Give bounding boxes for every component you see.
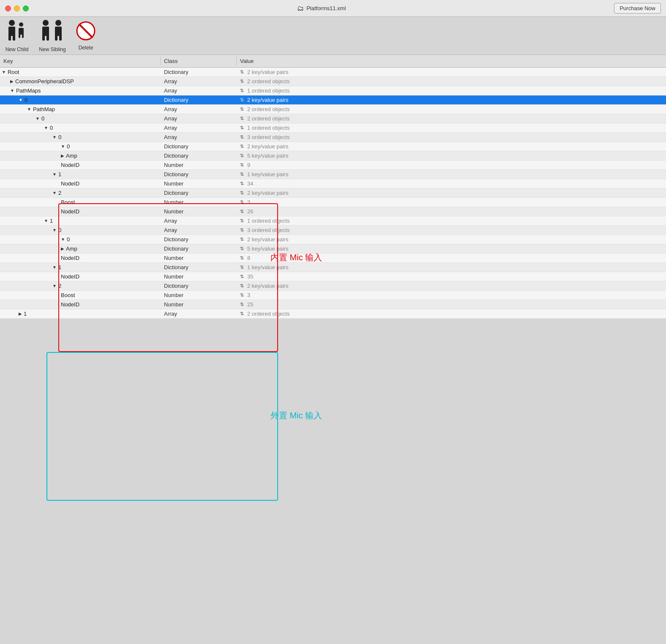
expand-arrow[interactable]: ▶ <box>61 246 64 251</box>
stepper-control[interactable]: ⇅ <box>240 283 244 289</box>
expand-arrow[interactable]: ▼ <box>35 116 40 121</box>
class-cell: Number <box>161 198 237 206</box>
stepper-control[interactable]: ⇅ <box>240 153 244 158</box>
expand-arrow[interactable]: ▼ <box>52 191 57 195</box>
close-button[interactable] <box>5 5 11 11</box>
table-row[interactable]: NodeIDNumber⇅8 <box>0 254 666 263</box>
table-row[interactable]: ▼1Dictionary⇅1 key/value pairs <box>0 263 666 272</box>
class-cell: Number <box>161 300 237 308</box>
expand-arrow[interactable]: ▼ <box>52 284 57 288</box>
table-row[interactable]: BoostNumber⇅3 <box>0 291 666 300</box>
key-cell: ▼0 <box>0 235 161 243</box>
expand-arrow[interactable]: ▼ <box>52 172 57 177</box>
table-row[interactable]: ▼0Array⇅3 ordered objects <box>0 226 666 235</box>
stepper-control[interactable]: ⇅ <box>240 237 244 242</box>
table-row[interactable]: ▼0Array⇅1 ordered objects <box>0 123 666 133</box>
table-row[interactable]: NodeIDNumber⇅34 <box>0 179 666 188</box>
expand-arrow[interactable]: ▼ <box>19 98 23 102</box>
stepper-control[interactable]: ⇅ <box>240 246 244 251</box>
table-row[interactable]: ▼PathMapsArray⇅1 ordered objects <box>0 86 666 96</box>
stepper-control[interactable]: ⇅ <box>240 69 244 75</box>
stepper-control[interactable]: ⇅ <box>240 134 244 140</box>
value-cell: ⇅1 ordered objects <box>237 217 666 225</box>
expand-arrow[interactable]: ▼ <box>52 265 57 270</box>
stepper-control[interactable]: ⇅ <box>240 162 244 168</box>
new-child-button[interactable]: New Child <box>5 19 29 52</box>
stepper-control[interactable]: ⇅ <box>240 97 244 103</box>
delete-button[interactable]: Delete <box>76 21 96 51</box>
class-cell: Dictionary <box>161 263 237 271</box>
expand-arrow[interactable]: ▼ <box>44 218 48 223</box>
stepper-control[interactable]: ⇅ <box>240 190 244 196</box>
key-cell: ▼0 <box>0 133 161 141</box>
table-row[interactable]: ▼0Dictionary⇅2 key/value pairs <box>0 142 666 151</box>
stepper-control[interactable]: ⇅ <box>240 218 244 224</box>
key-cell: ▼2 <box>0 189 161 197</box>
table-row[interactable]: ▼2Dictionary⇅2 key/value pairs <box>0 188 666 198</box>
table-row[interactable]: ▼1Dictionary⇅1 key/value pairs <box>0 170 666 179</box>
stepper-control[interactable]: ⇅ <box>240 302 244 307</box>
stepper-control[interactable]: ⇅ <box>240 255 244 261</box>
stepper-control[interactable]: ⇅ <box>240 79 244 84</box>
table-row[interactable]: ▼RootDictionary⇅2 key/value pairs <box>0 68 666 77</box>
table-row[interactable]: ▼0Dictionary⇅2 key/value pairs <box>0 96 666 105</box>
table-row[interactable]: ▶AmpDictionary⇅5 key/value pairs <box>0 244 666 254</box>
expand-arrow[interactable]: ▼ <box>27 107 31 112</box>
table-row[interactable]: ▼0Dictionary⇅2 key/value pairs <box>0 235 666 244</box>
value-cell: ⇅34 <box>237 180 666 188</box>
value-cell: ⇅1 key/value pairs <box>237 263 666 271</box>
stepper-control[interactable]: ⇅ <box>240 172 244 177</box>
expand-arrow[interactable]: ▶ <box>61 153 64 158</box>
svg-rect-1 <box>8 27 15 36</box>
table-row[interactable]: ▶AmpDictionary⇅5 key/value pairs <box>0 151 666 161</box>
table-row[interactable]: NodeIDNumber⇅25 <box>0 300 666 309</box>
purchase-now-button[interactable]: Purchase Now <box>614 3 661 14</box>
stepper-control[interactable]: ⇅ <box>240 311 244 317</box>
svg-rect-2 <box>8 35 11 41</box>
stepper-control[interactable]: ⇅ <box>240 292 244 298</box>
expand-arrow[interactable]: ▶ <box>19 311 22 316</box>
table-row[interactable]: BoostNumber⇅3 <box>0 198 666 207</box>
expand-arrow[interactable]: ▼ <box>44 126 48 130</box>
svg-rect-3 <box>13 35 15 41</box>
maximize-button[interactable] <box>23 5 29 11</box>
table-row[interactable]: NodeIDNumber⇅9 <box>0 161 666 170</box>
stepper-control[interactable]: ⇅ <box>240 209 244 214</box>
new-sibling-button[interactable]: New Sibling <box>39 19 66 52</box>
cyan-annotation-label: 外置 Mic 输入 <box>270 410 322 421</box>
expand-arrow[interactable]: ▼ <box>10 88 14 93</box>
minimize-button[interactable] <box>14 5 20 11</box>
svg-rect-10 <box>42 35 45 41</box>
table-row[interactable]: ▶1Array⇅2 ordered objects <box>0 309 666 319</box>
stepper-control[interactable]: ⇅ <box>240 199 244 205</box>
stepper-control[interactable]: ⇅ <box>240 106 244 112</box>
key-cell: ▶1 <box>0 310 161 318</box>
table-row[interactable]: ▼0Array⇅3 ordered objects <box>0 133 666 142</box>
stepper-control[interactable]: ⇅ <box>240 181 244 186</box>
value-cell: ⇅8 <box>237 254 666 262</box>
stepper-control[interactable]: ⇅ <box>240 116 244 121</box>
table-row[interactable]: ▼PathMapArray⇅2 ordered objects <box>0 105 666 114</box>
stepper-control[interactable]: ⇅ <box>240 227 244 233</box>
table-row[interactable]: ▼1Array⇅1 ordered objects <box>0 216 666 226</box>
expand-arrow[interactable]: ▼ <box>61 237 65 242</box>
stepper-control[interactable]: ⇅ <box>240 125 244 131</box>
table-row[interactable]: ▼2Dictionary⇅2 key/value pairs <box>0 281 666 291</box>
stepper-control[interactable]: ⇅ <box>240 265 244 270</box>
class-cell: Number <box>161 291 237 299</box>
stepper-control[interactable]: ⇅ <box>240 144 244 149</box>
table-row[interactable]: NodeIDNumber⇅35 <box>0 272 666 281</box>
table-row[interactable]: NodeIDNumber⇅26 <box>0 207 666 216</box>
expand-arrow[interactable]: ▼ <box>52 135 57 139</box>
expand-arrow[interactable]: ▼ <box>2 70 6 74</box>
stepper-control[interactable]: ⇅ <box>240 274 244 279</box>
class-cell: Number <box>161 207 237 216</box>
stepper-control[interactable]: ⇅ <box>240 88 244 93</box>
expand-arrow[interactable]: ▼ <box>61 144 65 149</box>
expand-arrow[interactable]: ▼ <box>52 228 57 232</box>
svg-point-12 <box>55 20 61 26</box>
value-cell: ⇅3 <box>237 291 666 299</box>
table-row[interactable]: ▼0Array⇅2 ordered objects <box>0 114 666 123</box>
table-row[interactable]: ▶CommonPeripheralDSPArray⇅2 ordered obje… <box>0 77 666 86</box>
expand-arrow[interactable]: ▶ <box>10 79 14 84</box>
